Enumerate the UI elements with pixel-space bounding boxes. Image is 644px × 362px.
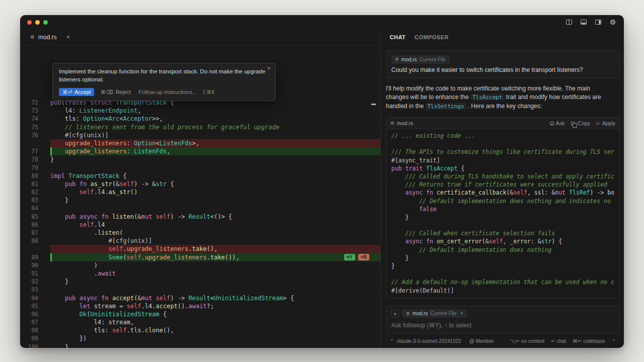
editor-code-line[interactable]: 90 )	[20, 261, 380, 269]
assistant-message: I'll help modify the code to make certif…	[386, 84, 610, 111]
accept-button[interactable]: ⌘⏎ Accept	[59, 88, 94, 96]
codebase-submit-shortcut[interactable]: ⌘↵ codebase	[573, 338, 605, 344]
line-number: 92	[20, 278, 50, 286]
copy-button[interactable]: Copy	[571, 120, 590, 126]
line-number: 76	[20, 131, 50, 139]
chat-tab-bar: CHAT COMPOSER	[381, 29, 624, 45]
line-number: 77	[20, 147, 50, 155]
editor-code-line[interactable]: 91 .await	[20, 269, 380, 278]
chat-code-line: // Default implementation does nothing	[391, 246, 614, 254]
line-number: 79	[20, 164, 50, 172]
line-number: 72	[20, 99, 50, 107]
editor-code-line[interactable]: 79	[20, 164, 380, 172]
chat-code-line: async fn certificate_callback(&self, ssl…	[391, 189, 614, 197]
toggle-right-sidebar-icon[interactable]	[594, 18, 602, 26]
chat-code-block: ⚙ mod.rs Ask Copy ▷	[386, 117, 620, 298]
editor-code-line[interactable]: 75 // listeners sent from the old proces…	[20, 123, 380, 131]
input-context-pill[interactable]: ⚙ mod.rs Current File ×	[403, 310, 467, 317]
line-number: 98	[20, 326, 50, 334]
add-context-button[interactable]: +	[391, 310, 399, 317]
pill-file-name: mod.rs	[413, 311, 428, 316]
editor-code-line[interactable]: 76 #[cfg(unix)]	[20, 131, 380, 139]
line-number: 81	[20, 180, 50, 188]
line-number: 91	[20, 269, 50, 278]
editor-code-line[interactable]: 80impl TransportStack {	[20, 172, 380, 180]
editor-code-line[interactable]: 100 }	[20, 343, 380, 348]
editor-code-line[interactable]: 77 upgrade_listeners: ListenFds,	[20, 147, 380, 155]
editor-tab-bar: ⚙ mod.rs ×	[20, 29, 380, 45]
tab-chat[interactable]: CHAT	[390, 34, 406, 40]
editor-code-line[interactable]: upgrade_listeners: Option<ListenFds>,	[20, 139, 380, 147]
model-name: claude-3-5-sonnet-20241022	[396, 338, 461, 344]
editor-code-line[interactable]: 82 self.l4.as_str()	[20, 188, 380, 196]
tab-mod-rs[interactable]: ⚙ mod.rs ×	[24, 29, 76, 45]
chat-panel: CHAT COMPOSER ⚙ mod.rs Current File Coul…	[381, 29, 624, 348]
split-editor-icon[interactable]	[565, 18, 573, 26]
chat-code-line: #[derive(Default)]	[391, 287, 614, 295]
no-context-shortcut[interactable]: ⌥↵ no context	[510, 338, 544, 344]
editor-code: 72pub(crate) struct TransportStack {73 l…	[20, 99, 380, 348]
reject-button[interactable]: ⌘⌫ Reject	[100, 89, 130, 95]
editor-code-line[interactable]: 93	[20, 286, 380, 294]
line-number: 86	[20, 221, 50, 229]
diff-accept-badge[interactable]: ⌘Y	[344, 254, 355, 260]
rust-file-icon: ⚙	[406, 311, 410, 316]
play-icon: ▷	[597, 121, 600, 126]
chat-code-line: // Default implementation does nothing a…	[391, 197, 614, 205]
line-number: 80	[20, 172, 50, 180]
editor-code-line[interactable]: 81 pub fn as_str(&self) -> &str {	[20, 180, 380, 188]
close-window-button[interactable]	[27, 20, 32, 25]
chat-submit-shortcut[interactable]: ↵ chat	[551, 338, 566, 344]
editor-code-line[interactable]: 73 l4: ListenerEndpoint,	[20, 107, 380, 115]
line-number: 93	[20, 286, 50, 294]
chat-input-placeholder[interactable]: Ask followup (⌘Y), ↑ to select	[391, 322, 614, 329]
editor-code-line[interactable]: self.upgrade_listeners.take(),	[20, 245, 380, 253]
chat-input-box[interactable]: + ⚙ mod.rs Current File × Ask followup (…	[386, 306, 620, 334]
maximize-window-button[interactable]	[43, 20, 48, 25]
line-number: 96	[20, 310, 50, 318]
editor-code-line[interactable]: 89 Some(self.upgrade_listeners.take()),⌘…	[20, 253, 380, 261]
toggle-bottom-panel-icon[interactable]	[580, 18, 588, 26]
settings-gear-icon[interactable]: ⚙	[609, 18, 617, 26]
editor-code-line[interactable]: 96 Ok(UninitializedStream {	[20, 310, 380, 318]
ask-button[interactable]: Ask	[550, 120, 565, 126]
editor-code-line[interactable]: 88 #[cfg(unix)]	[20, 237, 380, 245]
editor-code-line[interactable]: 97 l4: stream,	[20, 318, 380, 326]
close-icon[interactable]: ×	[267, 65, 271, 72]
editor-code-line[interactable]: 83 }	[20, 196, 380, 204]
inline-code: TlsAccept	[470, 94, 505, 101]
user-message-card: ⚙ mod.rs Current File Could you make it …	[386, 50, 620, 78]
editor-code-line[interactable]: 92 }	[20, 278, 380, 286]
tab-composer[interactable]: COMPOSER	[415, 34, 448, 40]
chat-code-line: }	[391, 254, 614, 262]
inline-edit-prompt: Implement the cleanup function for the t…	[52, 63, 276, 101]
diff-reject-badge[interactable]: ⌘N	[358, 254, 369, 260]
editor-code-line[interactable]: 84	[20, 204, 380, 212]
editor-code-line[interactable]: 87 .listen(	[20, 229, 380, 237]
line-number: 90	[20, 261, 50, 269]
model-selector[interactable]: ⌃ claude-3-5-sonnet-20241022	[390, 338, 461, 344]
context-file-name: mod.rs	[401, 57, 417, 62]
line-number	[20, 139, 50, 147]
editor-code-line[interactable]: 99 })	[20, 334, 380, 342]
minimize-window-button[interactable]	[35, 20, 40, 25]
mention-button[interactable]: @ Mention	[469, 338, 494, 344]
user-message: Could you make it easier to switch certi…	[391, 66, 614, 73]
code-editor[interactable]: 72pub(crate) struct TransportStack {73 l…	[20, 59, 380, 348]
collapse-chevron-icon[interactable]: ⌃	[612, 338, 616, 344]
tab-close-icon[interactable]: ×	[66, 33, 70, 41]
editor-code-line[interactable]: 86 self.l4	[20, 221, 380, 229]
remove-context-icon[interactable]: ×	[460, 311, 463, 316]
editor-code-line[interactable]: 78}	[20, 155, 380, 163]
apply-button[interactable]: ▷ Apply	[597, 120, 615, 126]
editor-code-line[interactable]: 94 pub async fn accept(&mut self) -> Res…	[20, 294, 380, 302]
line-number: 84	[20, 204, 50, 212]
editor-code-line[interactable]: 98 tls: self.tls.clone(),	[20, 326, 380, 334]
context-file-pill[interactable]: ⚙ mod.rs Current File	[391, 56, 449, 63]
line-number: 83	[20, 196, 50, 204]
editor-code-line[interactable]: 74 tls: Option<Arc<Acceptor>>,	[20, 115, 380, 123]
followup-input[interactable]: Follow-up instructions...	[139, 89, 197, 95]
editor-code-line[interactable]: 85 pub async fn listen(&mut self) -> Res…	[20, 213, 380, 221]
chat-code-line: /// The APIs to customize things like ce…	[391, 148, 614, 156]
editor-code-line[interactable]: 95 let stream = self.l4.accept().await?;	[20, 302, 380, 310]
